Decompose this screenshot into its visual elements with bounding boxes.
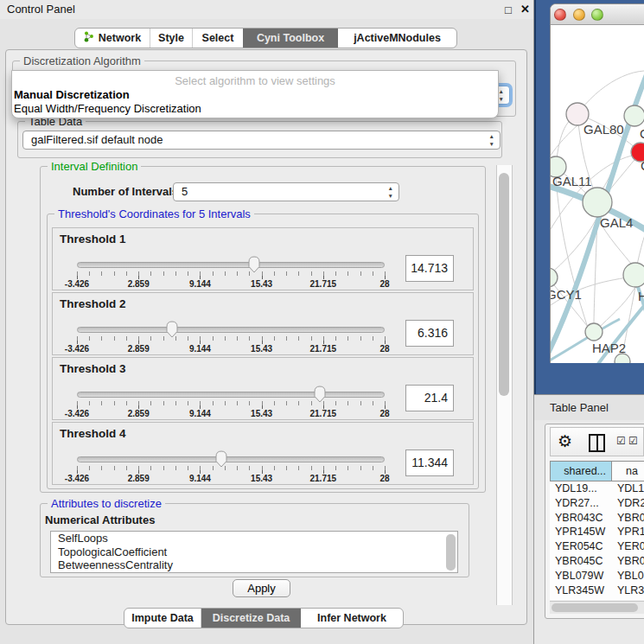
list-scrollbar-thumb[interactable] <box>446 534 456 571</box>
slider-scale: -3.4262.8599.14415.4321.71528 <box>77 474 385 484</box>
tab-impute-data[interactable]: Impute Data <box>124 609 201 628</box>
column-header-shared-name[interactable]: shared... <box>550 461 612 481</box>
slider-thumb[interactable] <box>313 386 328 405</box>
numerical-attributes-list[interactable]: SelfLoops TopologicalCoefficient Between… <box>50 531 458 573</box>
zoom-traffic-light[interactable] <box>591 9 603 21</box>
table-row[interactable]: YDL19...YDL1 <box>550 481 644 496</box>
column-header-name[interactable]: na <box>612 461 644 481</box>
threshold-row-4: Threshold 4 -3.4262.8599.14415.4321.7152… <box>52 422 474 485</box>
close-traffic-light[interactable] <box>554 9 566 21</box>
tab-infer-network[interactable]: Infer Network <box>301 609 403 628</box>
table-row[interactable]: YIL052CYIL0 <box>550 597 644 600</box>
threshold-value-field[interactable]: 6.316 <box>405 320 454 347</box>
column-layout-icon[interactable] <box>589 434 605 452</box>
slider-thumb[interactable] <box>165 321 180 341</box>
network-view-window[interactable]: GAL80 GA GAL11 C GAL4 GCY1 H HAP2 <box>550 3 644 363</box>
panel-scrollbar-thumb[interactable] <box>499 173 509 396</box>
slider-track[interactable] <box>77 456 385 462</box>
close-icon[interactable]: ✕ <box>520 3 530 16</box>
network-node-gal4[interactable] <box>583 188 612 217</box>
table-hscrollbar-thumb[interactable] <box>552 603 638 612</box>
tab-style[interactable]: Style <box>150 29 193 48</box>
top-tabbar: Network Style Select Cyni Toolbox jActiv… <box>74 28 457 48</box>
slider-track[interactable] <box>77 392 385 398</box>
slider-thumb[interactable] <box>247 256 262 276</box>
threshold-row-1: Threshold 1 -3.4262.8599.14415.4321.7152… <box>52 227 474 290</box>
network-node[interactable] <box>624 105 644 126</box>
tab-network[interactable]: Network <box>75 29 150 48</box>
table-row[interactable]: YLR345WYLR3 <box>550 583 644 598</box>
network-tab-icon <box>84 31 94 45</box>
threshold-slider[interactable]: -3.4262.8599.14415.4321.71528 <box>77 293 385 356</box>
dropdown-option-equal-width-frequency[interactable]: Equal Width/Frequency Discretization <box>14 102 201 115</box>
network-graph: GAL80 GA GAL11 C GAL4 GCY1 H HAP2 <box>551 25 644 363</box>
slider-minor-ticks <box>77 336 386 341</box>
network-canvas[interactable]: GAL80 GA GAL11 C GAL4 GCY1 H HAP2 <box>551 25 644 363</box>
table-row[interactable]: YBR045CYBR0 <box>550 554 644 569</box>
slider-track[interactable] <box>77 262 385 268</box>
tab-select[interactable]: Select <box>193 29 243 48</box>
node-label: C <box>641 158 644 173</box>
network-node-gcy1[interactable] <box>551 268 558 287</box>
node-label: GAL11 <box>552 174 592 188</box>
algorithm-dropdown-popup: Select algorithm to view settings Manual… <box>11 70 499 118</box>
network-node-hap2[interactable] <box>585 323 603 341</box>
combo-stepper-icon[interactable]: ▲▼ <box>489 132 494 148</box>
slider-track[interactable] <box>77 327 385 333</box>
table-toolbar: ⚙ ☑ ☑ <box>550 427 644 456</box>
slider-minor-ticks <box>77 271 386 276</box>
table-row[interactable]: YBL079WYBL0 <box>550 569 644 583</box>
threshold-row-2: Threshold 2 -3.4262.8599.14415.4321.7152… <box>52 292 474 355</box>
list-item[interactable]: BetweennessCentrality <box>51 558 457 572</box>
apply-button[interactable]: Apply <box>233 579 290 597</box>
threshold-slider[interactable]: -3.4262.8599.14415.4321.71528 <box>77 423 385 486</box>
dropdown-hint: Select algorithm to view settings <box>12 74 498 87</box>
number-of-intervals-combobox[interactable]: 5 ▲▼ <box>173 182 399 201</box>
threshold-value-field[interactable]: 14.713 <box>405 255 454 282</box>
table-row[interactable]: YER054CYER0 <box>550 539 644 554</box>
control-panel-titlebar: Control Panel <box>0 0 534 19</box>
table-row[interactable]: YBR043CYBR0 <box>550 511 644 526</box>
dropdown-option-manual-discretization[interactable]: Manual Discretization <box>14 88 130 101</box>
list-item[interactable]: TopologicalCoefficient <box>51 545 457 559</box>
select-all-icon[interactable]: ☑ <box>628 435 638 447</box>
table-panel-title: Table Panel <box>550 401 609 414</box>
node-label: GAL4 <box>600 215 633 230</box>
slider-thumb[interactable] <box>214 450 229 470</box>
tab-select-label: Select <box>202 32 234 44</box>
network-node[interactable] <box>623 263 644 287</box>
node-label: H <box>638 289 644 303</box>
table-data-combobox[interactable]: galFiltered.sif default node ▲▼ <box>22 131 501 150</box>
float-window-icon[interactable]: □ <box>505 3 512 16</box>
combo-stepper-icon[interactable]: ▲▼ <box>499 87 504 103</box>
table-horizontal-scrollbar[interactable] <box>550 601 644 614</box>
window-title: Control Panel <box>7 3 75 16</box>
tab-discretize-data[interactable]: Discretize Data <box>201 609 301 628</box>
threshold-value-field[interactable]: 21.4 <box>405 385 454 411</box>
threshold-slider[interactable]: -3.4262.8599.14415.4321.71528 <box>77 228 385 291</box>
slider-scale: -3.4262.8599.14415.4321.71528 <box>77 409 385 419</box>
threshold-row-3: Threshold 3 -3.4262.8599.14415.4321.7152… <box>52 357 474 420</box>
panel-scrollbar[interactable] <box>496 165 513 605</box>
tab-jactivemnodules[interactable]: jActiveMNodules <box>338 29 456 48</box>
table-row[interactable]: YDR27...YDR2 <box>550 496 644 511</box>
node-label: GA <box>640 126 644 141</box>
interval-definition-title: Interval Definition <box>48 160 141 173</box>
table-row[interactable]: YPR145WYPR1 <box>550 525 644 539</box>
tab-jactivemnodules-label: jActiveMNodules <box>354 32 441 44</box>
select-columns-icon[interactable]: ☑ <box>616 435 626 447</box>
combo-stepper-icon[interactable]: ▲▼ <box>388 184 393 200</box>
tab-cyni-toolbox-label: Cyni Toolbox <box>257 32 324 44</box>
tab-cyni-toolbox[interactable]: Cyni Toolbox <box>243 29 338 48</box>
number-of-intervals-label: Number of Intervals <box>73 185 178 198</box>
node-label: GCY1 <box>551 287 582 302</box>
number-of-intervals-value: 5 <box>182 183 188 201</box>
threshold-slider[interactable]: -3.4262.8599.14415.4321.71528 <box>77 358 385 421</box>
thresholds-group-title: Threshold's Coordinates for 5 Intervals <box>54 207 254 220</box>
minimize-traffic-light[interactable] <box>573 9 585 21</box>
node-label: GAL80 <box>583 122 624 137</box>
gear-icon[interactable]: ⚙ <box>558 431 572 451</box>
slider-minor-ticks <box>77 466 386 470</box>
list-item[interactable]: SelfLoops <box>51 532 457 545</box>
threshold-value-field[interactable]: 11.344 <box>405 450 454 476</box>
